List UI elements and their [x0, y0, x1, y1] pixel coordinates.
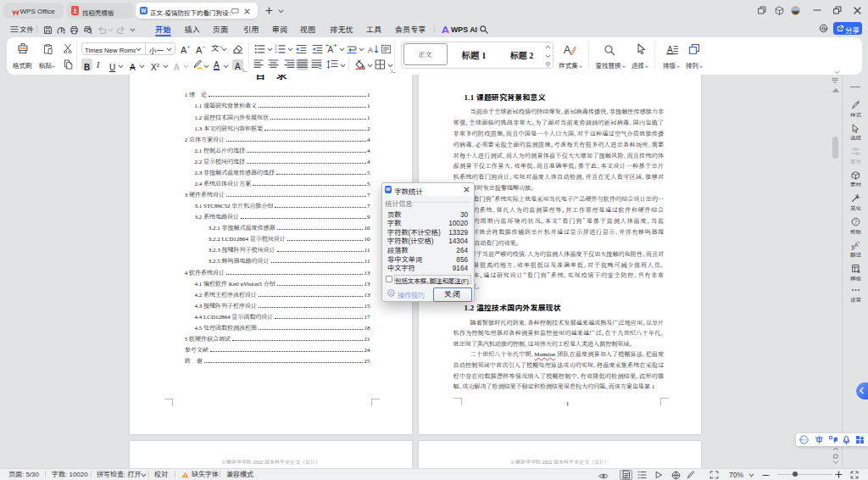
svg-text:?: ? [854, 219, 858, 225]
svg-text:D: D [390, 291, 393, 296]
svg-text::.: :. [712, 472, 715, 478]
svg-text:A: A [328, 45, 334, 54]
svg-text:A: A [564, 44, 571, 56]
svg-text:A: A [667, 44, 673, 53]
svg-text:FLY: FLY [801, 438, 807, 442]
svg-text:A: A [368, 45, 373, 53]
svg-text:3: 3 [275, 49, 277, 54]
